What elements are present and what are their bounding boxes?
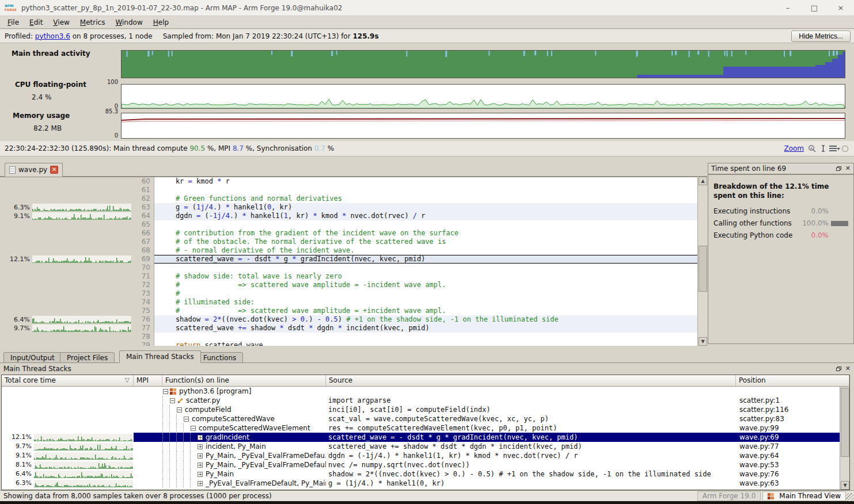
expand-icon[interactable]: + [198,435,203,440]
expand-icon[interactable]: + [198,472,203,477]
code-line-60[interactable]: 60 kr = kmod * r [0,177,707,186]
code-line-72[interactable]: 72 # => scattered wave amplitude = -inci… [0,281,707,289]
select-zoom-icon[interactable]: A [808,144,817,153]
stack-row-wave.py:63[interactable]: 6.3%+_PyEval_EvalFrameDefault, Py_Maing … [2,479,840,488]
minimize-icon[interactable]: – [775,0,801,16]
col-functions-on-line[interactable]: Function(s) on line [162,375,326,386]
stack-row-wave.py:64[interactable]: 9.1%+Py_Main, _PyEval_EvalFrameDefau...d… [2,451,840,460]
code-text: shadow = 2*((nvec.dot(kvec) > 0.) - 0.5)… [154,315,707,324]
menu-file[interactable]: File [2,17,24,28]
line-number: 74 [134,298,154,307]
view-selector[interactable]: Main Thread View [762,491,846,501]
collapse-icon[interactable]: − [191,426,196,431]
mpi-cell [134,387,162,396]
tree-guide [176,469,183,479]
code-line-64[interactable]: 9.1%64 dgdn = (-1j/4.) * hankel1(1, kr) … [0,212,707,220]
scrollbar-thumb[interactable] [699,246,707,292]
code-line-76[interactable]: 6.4%76 shadow = 2*((nvec.dot(kvec) > 0.)… [0,315,707,324]
code-line-68[interactable]: 68 # - normal derivative of the incident… [0,246,707,255]
code-line-70[interactable]: 70 [0,264,707,272]
code-text: scattered_wave = - dsdt * g * gradIncide… [154,255,707,264]
menu-edit[interactable]: Edit [24,17,48,28]
tab-wave-py[interactable]: wave.py ✕ [5,163,63,177]
menu-metrics[interactable]: Metrics [75,17,111,28]
table-scrollbar-thumb[interactable] [841,388,849,457]
resize-grip[interactable] [846,493,854,501]
tab-close-icon[interactable]: ✕ [50,166,58,174]
hide-metrics-button[interactable]: Hide Metrics... [791,30,851,42]
collapse-icon[interactable]: − [177,407,182,413]
code-line-78[interactable]: 78 [0,333,707,341]
stack-row-wave.py:77[interactable]: 9.7%+incident, Py_Mainscattered_wave += … [2,442,840,451]
line-time-panel-title: Time spent on line 69 [711,165,832,173]
profiled-program-link[interactable]: python3.6 [35,32,70,40]
col-source[interactable]: Source [326,375,736,386]
float-stacks-icon[interactable] [836,366,841,371]
code-line-67[interactable]: 67 # of the obstacle. The normal derivat… [0,238,707,246]
stack-row-wave.py:76[interactable]: 6.4%+Py_Mainshadow = 2*((nvec.dot(kvec) … [2,469,840,479]
code-line-61[interactable]: 61 [0,186,707,194]
expand-icon[interactable]: + [198,463,203,468]
code-line-62[interactable]: 62 # Green functions and normal derivati… [0,194,707,203]
float-panel-icon[interactable] [836,166,841,171]
menu-view[interactable]: View [48,17,74,28]
stack-row-wave.py:69[interactable]: 12.1%+gradIncidentscattered_wave = - dsd… [2,433,840,442]
memory-usage-chart[interactable] [121,113,845,139]
code-line-66[interactable]: 66 # contribution from the gradient of t… [0,229,707,238]
mpi-cell [134,479,162,488]
code-line-79[interactable]: 79 return scattered_wave [0,341,707,346]
table-vertical-scrollbar[interactable]: ▼ [840,387,849,490]
stack-row-scatter.py:83[interactable]: −computeScatteredWavescat_val = wave.com… [2,414,840,423]
stack-row-scatter.py:1[interactable]: −scatter.pyimport argparsescatter.py:1 [2,396,840,405]
menu-bar: File Edit View Metrics Window Help [0,16,854,29]
stack-row-scatter.py:116[interactable]: −computeFieldinci[i0], scat[i0] = comput… [2,405,840,414]
code-line-77[interactable]: 9.7%77 scattered_wave += shadow * dsdt *… [0,324,707,333]
stack-row-wave.py:99[interactable]: −computeScatteredWaveElementres += compu… [2,423,840,433]
close-icon[interactable]: × [828,0,854,16]
reset-view-icon[interactable] [841,144,849,153]
tab-functions[interactable]: Functions [196,352,243,363]
tab-main-thread-stacks[interactable]: Main Thread Stacks [119,350,201,363]
close-panel-icon[interactable]: ✕ [845,166,851,171]
expand-icon[interactable]: + [198,481,203,486]
col-mpi[interactable]: MPI [134,375,162,386]
text-cursor-icon[interactable] [821,144,825,152]
code-line-75[interactable]: 75 # => scattered wave amplitude = +inci… [0,307,707,315]
stack-row-wave.py:53[interactable]: 8.1%+Py_Main, _PyEval_EvalFrameDefaultnv… [2,460,840,469]
code-line-74[interactable]: 74 # illuminated side: [0,298,707,307]
cpu-floating-point-chart[interactable] [121,84,845,109]
table-scroll-down-icon[interactable]: ▼ [841,481,849,490]
position-cell: scatter.py:116 [736,405,840,414]
scroll-up-icon[interactable]: ▲ [699,177,707,185]
scroll-down-icon[interactable]: ▼ [699,337,707,346]
collapse-icon[interactable]: − [184,417,189,422]
source-code-editor[interactable]: 60 kr = kmod * r6162 # Green functions a… [0,177,707,346]
code-line-71[interactable]: 71 # shadow side: total wave is nearly z… [0,272,707,281]
col-position[interactable]: Position [736,375,849,386]
menu-help[interactable]: Help [148,17,174,28]
expand-icon[interactable]: + [198,444,203,449]
tree-guide [169,423,176,433]
code-line-65[interactable]: 65 [0,220,707,229]
code-line-63[interactable]: 6.3%63 g = (1j/4.) * hankel1(0, kr) [0,203,707,212]
close-stacks-icon[interactable]: ✕ [845,366,851,372]
function-cell: −computeScatteredWave [162,414,326,423]
tab-input-output[interactable]: Input/Output [3,352,62,363]
collapse-icon[interactable]: − [170,398,175,403]
code-line-69[interactable]: 12.1%69 scattered_wave = - dsdt * g * gr… [0,255,707,264]
main-thread-activity-chart[interactable] [121,50,845,78]
menu-window[interactable]: Window [110,17,147,28]
col-total-core-time[interactable]: Total core time▽ [2,375,134,386]
tab-project-files[interactable]: Project Files [60,352,115,363]
editor-vertical-scrollbar[interactable]: ▲ ▼ [697,177,707,346]
expand-icon[interactable]: + [198,453,203,459]
line-time-percent: 9.1% [0,212,30,220]
maximize-icon[interactable]: □ [801,0,828,16]
line-time-percent: 12.1% [0,255,30,264]
zoom-link[interactable]: Zoom [784,144,804,152]
gutter-cell [0,272,134,281]
metrics-menu-icon[interactable] [829,146,837,151]
stack-row-python3.6 [program][interactable]: −python3.6 [program] [2,387,840,396]
code-line-73[interactable]: 73 # [0,289,707,298]
collapse-icon[interactable]: − [163,389,168,394]
